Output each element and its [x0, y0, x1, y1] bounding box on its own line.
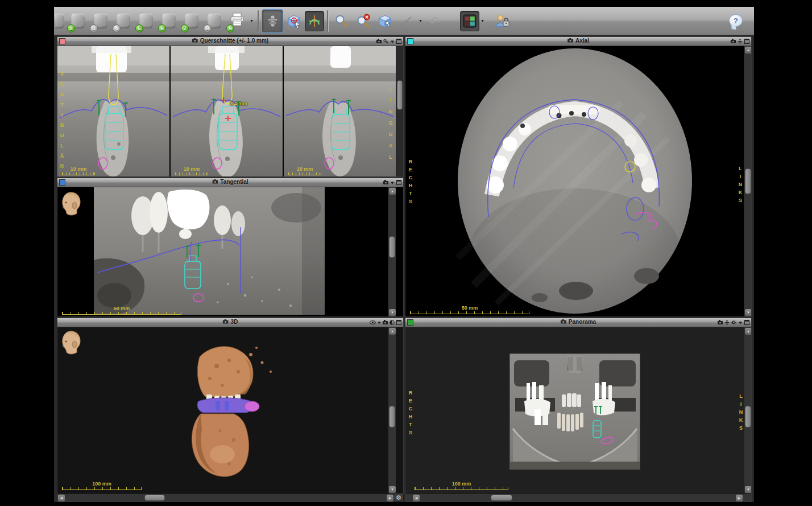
cross-section-slice-1[interactable]: VESTIBULÄR 10 mm	[57, 46, 169, 176]
scroll-up-icon[interactable]: ▲	[389, 328, 396, 335]
chevron-down-icon[interactable]: ▼	[419, 19, 422, 23]
scroll-down-icon[interactable]: ▼	[745, 309, 751, 316]
scrollbar-thumb[interactable]	[397, 80, 403, 110]
scroll-down-icon[interactable]: ▼	[389, 486, 396, 493]
panel-title: Querschnitte (+/- 1.0 mm)	[200, 38, 268, 44]
key-icon[interactable]	[383, 39, 388, 44]
print-step-button[interactable]: 9	[226, 9, 248, 34]
settings-gear-button[interactable]: ⚙	[393, 493, 404, 502]
panorama-viewport[interactable]: RECHTS LINKS 100 mm ▲ ▼	[405, 327, 751, 493]
chevron-down-icon[interactable]: ▼	[250, 19, 254, 23]
step-number-badge: 2	[67, 24, 75, 32]
scale-ruler: 10 mm	[175, 166, 208, 175]
zoom-in-button[interactable]	[331, 9, 353, 33]
scrollbar-thumb[interactable]	[389, 406, 395, 427]
panorama-hscrollbar[interactable]: ◀ ▶	[405, 493, 751, 501]
contrast-icon[interactable]	[390, 320, 395, 325]
panorama-scrollbar[interactable]: ▲ ▼	[744, 327, 751, 493]
scrollbar-thumb[interactable]	[389, 236, 395, 258]
workflow-step-8-button[interactable]: 8	[203, 9, 226, 34]
workflow-step-7-button[interactable]: 7	[180, 9, 203, 34]
scroll-down-icon[interactable]: ▼	[745, 486, 751, 493]
maximize-icon[interactable]	[396, 39, 401, 44]
workflow-step-6-button[interactable]: 6	[158, 9, 180, 34]
workflow-step-4-button[interactable]: 4	[112, 9, 135, 34]
chevron-down-icon[interactable]	[378, 320, 381, 325]
slice-icon	[400, 14, 413, 28]
chevron-down-icon[interactable]	[390, 180, 395, 185]
scroll-right-icon[interactable]: ▶	[736, 495, 743, 501]
camera-icon	[192, 38, 198, 44]
cross-section-slice-3[interactable]: LINGUAL 10 mm	[284, 46, 396, 176]
cross-section-slice-2[interactable]: 3.4 mm 10 mm	[171, 46, 283, 176]
chevron-down-icon[interactable]	[390, 39, 395, 44]
eye-icon[interactable]	[370, 320, 376, 325]
tangential-scrollbar[interactable]: ▲ ▼	[388, 187, 396, 316]
panorama-titlebar[interactable]: Panorama	[405, 318, 751, 327]
scroll-up-icon[interactable]: ▲	[389, 188, 396, 195]
scroll-up-icon[interactable]: ▲	[745, 328, 751, 335]
layout-views-button[interactable]	[460, 11, 479, 31]
cube-crosshair-tool-button[interactable]	[283, 9, 305, 33]
zoom-reset-button[interactable]	[353, 9, 374, 33]
tangential-viewport[interactable]: 50 mm ▲ ▼	[57, 187, 403, 316]
cube-hand-icon	[377, 13, 393, 29]
split-icon[interactable]	[724, 320, 730, 325]
scroll-left-icon[interactable]: ◀	[413, 495, 420, 501]
maximize-icon[interactable]	[396, 180, 401, 185]
scroll-up-icon[interactable]: ▲	[745, 47, 751, 54]
implant-tool-button[interactable]	[262, 9, 283, 33]
help-icon: ?	[729, 14, 743, 27]
layout-grid-icon	[463, 14, 477, 28]
scroll-left-icon[interactable]: ◀	[58, 495, 65, 501]
threed-hscrollbar[interactable]: ◀ ▶	[57, 493, 403, 501]
scrollbar-thumb[interactable]	[745, 168, 751, 194]
workflow-step-2-button[interactable]: 2	[67, 9, 89, 34]
gear-icon[interactable]	[731, 320, 736, 325]
scrollbar-thumb[interactable]	[144, 495, 165, 501]
implant-icon	[265, 14, 280, 28]
snapshot-icon[interactable]	[718, 320, 723, 325]
maximize-icon[interactable]	[396, 320, 401, 325]
tangential-titlebar[interactable]: Tangential	[57, 178, 403, 187]
axial-titlebar[interactable]: Axial	[405, 37, 751, 46]
undo-button[interactable]: ↶	[424, 9, 445, 33]
orientation-label-lingual: LINGUAL	[388, 86, 393, 166]
panel-tangential: Tangential	[57, 178, 404, 317]
chevron-down-icon[interactable]	[738, 320, 743, 325]
step-number-badge: 3	[90, 24, 98, 32]
help-button[interactable]: ?	[727, 10, 745, 31]
scale-label: 10 mm	[62, 166, 95, 172]
panel-title: Axial	[575, 38, 589, 44]
workflow-step-3-button[interactable]: 3	[89, 9, 112, 34]
snapshot-icon[interactable]	[383, 180, 388, 185]
workflow-step-5-button[interactable]: 5	[135, 9, 158, 34]
maximize-icon[interactable]	[744, 39, 749, 44]
snapshot-icon[interactable]	[731, 39, 736, 44]
step-number-badge: 6	[158, 24, 166, 32]
cube-select-tool-button[interactable]	[374, 9, 396, 33]
threed-scrollbar[interactable]: ▲ ▼	[388, 327, 396, 493]
axial-viewport[interactable]: RECHTS LINKS 50 mm ▲ ▼	[405, 46, 751, 316]
scroll-down-icon[interactable]: ▼	[389, 309, 396, 316]
arch-crosshair-tool-button[interactable]	[305, 11, 324, 31]
slice-tool-button[interactable]	[396, 9, 417, 33]
chevron-down-icon[interactable]: ▼	[480, 19, 484, 23]
scroll-right-icon[interactable]: ▶	[387, 495, 393, 501]
scale-ruler: 100 mm	[62, 481, 142, 490]
user-permissions-button[interactable]	[491, 9, 513, 33]
maximize-icon[interactable]	[744, 320, 749, 325]
scrollbar-thumb[interactable]	[745, 406, 751, 427]
panel-title: Panorama	[569, 319, 596, 325]
querschnitte-viewport[interactable]: VESTIBULÄR 10 mm	[57, 46, 403, 176]
split-icon[interactable]	[738, 39, 743, 44]
scrollbar-thumb[interactable]	[491, 495, 512, 501]
threed-viewport[interactable]: 100 mm ▲ ▼	[57, 327, 403, 493]
snapshot-icon[interactable]	[376, 39, 382, 44]
workflow-step-1-button[interactable]	[55, 9, 67, 34]
querschnitte-titlebar[interactable]: Querschnitte (+/- 1.0 mm)	[57, 37, 403, 46]
threed-titlebar[interactable]: 3D	[57, 318, 403, 327]
snapshot-icon[interactable]	[383, 320, 388, 325]
axial-scrollbar[interactable]: ▲ ▼	[744, 46, 751, 316]
slice-scrollbar[interactable]	[396, 46, 403, 176]
